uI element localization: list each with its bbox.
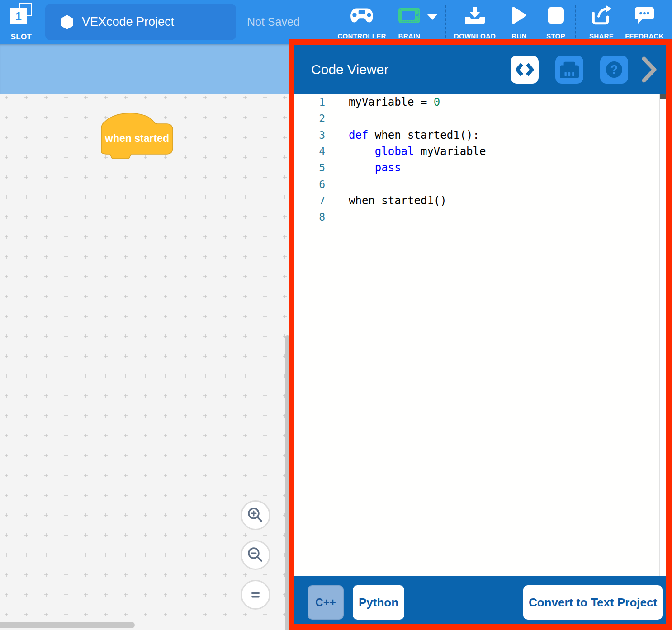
code-scrollbar-thumb[interactable]: [660, 94, 666, 99]
line-number: 4: [294, 146, 325, 157]
brain-dropdown-caret[interactable]: [426, 14, 439, 22]
zoom-reset-button[interactable]: [241, 580, 270, 610]
code-line: 1myVariable = 0: [294, 94, 666, 110]
feedback-label: FEEDBACK: [625, 32, 664, 40]
share-button[interactable]: SHARE: [583, 5, 620, 40]
code-line: 7when_started1(): [294, 193, 666, 209]
zoom-out-icon: [246, 546, 265, 564]
run-button[interactable]: RUN: [503, 5, 535, 40]
brain-label: BRAIN: [398, 32, 421, 40]
share-icon: [591, 5, 612, 25]
python-tab[interactable]: Python: [353, 585, 404, 620]
feedback-button[interactable]: FEEDBACK: [619, 5, 670, 40]
code-viewer-footer: C++ Python Convert to Text Project: [294, 576, 666, 624]
code-text: pass: [349, 161, 401, 174]
chevron-down-icon: [426, 14, 439, 20]
project-title-box[interactable]: VEXcode Project: [45, 4, 236, 40]
brain-icon: [398, 7, 421, 24]
line-number: 6: [294, 179, 325, 190]
top-toolbar: 1 SLOT VEXcode Project Not Saved CONTROL…: [0, 0, 672, 44]
collapse-panel-button[interactable]: [642, 56, 657, 83]
code-brackets-icon: [516, 62, 534, 77]
download-label: DOWNLOAD: [454, 32, 496, 40]
brain-view-button[interactable]: [555, 56, 583, 84]
controller-label: CONTROLLER: [337, 32, 386, 40]
stop-button[interactable]: STOP: [540, 5, 572, 40]
chevron-right-icon: [642, 56, 657, 83]
line-number: 8: [294, 211, 325, 223]
convert-to-text-project-button[interactable]: Convert to Text Project: [523, 585, 663, 620]
slot-button[interactable]: 1 SLOT: [7, 3, 35, 42]
toolbar-divider: [445, 5, 446, 38]
code-editor-readonly: 1myVariable = 023def when_started1():4 g…: [294, 94, 666, 576]
help-button[interactable]: ?: [600, 56, 628, 84]
code-viewer-title: Code Viewer: [311, 62, 494, 77]
line-number: 2: [294, 113, 325, 124]
vexcode-app: when started: [0, 0, 672, 630]
code-line: 8: [294, 209, 666, 225]
line-number: 5: [294, 162, 325, 174]
hexagon-icon: [61, 15, 73, 29]
code-line: 3def when_started1():: [294, 127, 666, 143]
run-label: RUN: [511, 32, 526, 40]
feedback-icon: [634, 6, 655, 25]
project-title: VEXcode Project: [82, 15, 174, 29]
code-viewer-header: Code Viewer: [294, 45, 666, 94]
share-label: SHARE: [589, 32, 614, 40]
stop-icon: [547, 6, 565, 24]
equals-icon: [247, 587, 264, 603]
controller-button[interactable]: CONTROLLER: [332, 5, 391, 40]
download-icon: [464, 6, 486, 25]
slot-label: SLOT: [11, 33, 32, 42]
zoom-out-button[interactable]: [241, 540, 270, 570]
code-text: myVariable = 0: [349, 96, 440, 108]
code-line: 2: [294, 110, 666, 127]
indent-guide: [350, 142, 350, 190]
toolbar-divider: [575, 5, 576, 38]
line-number: 3: [294, 129, 325, 141]
code-text: when_started1(): [349, 194, 447, 207]
code-scrollbar-track: [659, 94, 660, 576]
when-started-label: when started: [104, 132, 169, 144]
save-status: Not Saved: [247, 0, 300, 44]
stop-label: STOP: [546, 32, 565, 40]
zoom-in-button[interactable]: [241, 500, 270, 530]
question-icon: ?: [604, 60, 624, 80]
download-button[interactable]: DOWNLOAD: [448, 5, 502, 40]
controller-icon: [350, 7, 374, 24]
code-text: global myVariable: [349, 145, 486, 158]
brain-port-icon: [559, 60, 580, 79]
zoom-in-icon: [246, 506, 265, 524]
line-number: 7: [294, 195, 325, 207]
cpp-tab[interactable]: C++: [308, 585, 344, 620]
code-text: def when_started1():: [349, 129, 479, 141]
svg-text:?: ?: [610, 63, 618, 76]
play-icon: [511, 6, 527, 25]
brain-button[interactable]: BRAIN: [392, 5, 426, 40]
line-number: 1: [294, 96, 325, 108]
code-view-button[interactable]: [511, 56, 539, 84]
code-viewer-panel-highlight: Code Viewer: [289, 39, 672, 630]
slot-icon: 1: [10, 3, 33, 25]
canvas-horizontal-scrollbar[interactable]: [0, 622, 135, 628]
when-started-block[interactable]: when started: [100, 112, 174, 161]
slot-number: 1: [15, 10, 22, 23]
